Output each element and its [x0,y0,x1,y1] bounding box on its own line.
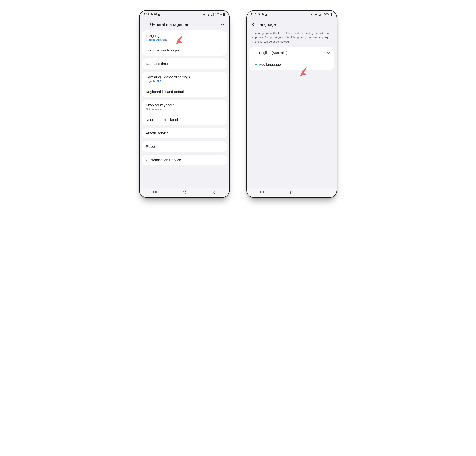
svg-rect-37 [290,191,293,194]
status-left: 5:13 • [251,13,270,17]
page-title: Language [257,22,276,27]
svg-line-11 [223,25,224,26]
mute-icon [203,13,206,16]
nav-recents-button[interactable] [255,189,269,196]
row-title: Customisation Service [146,158,223,162]
app-bar: General management [140,19,229,30]
battery-icon [223,13,225,16]
status-battery-pct: 100% [215,13,222,16]
download-icon [265,13,267,17]
wifi-icon [314,13,317,16]
row-samsung-keyboard[interactable]: Samsung Keyboard settings English (AU) [142,72,227,86]
status-right: 100% [203,13,225,16]
row-date-time[interactable]: Date and time [142,58,227,69]
nav-bar [140,188,229,197]
plus-icon [253,63,259,66]
row-language[interactable]: Language English (Australia) [142,30,227,45]
row-title: Physical keyboard [146,103,223,107]
settings-group: Customisation Service [142,155,227,165]
svg-point-0 [151,14,152,15]
settings-group: Samsung Keyboard settings English (AU) K… [142,72,227,97]
row-reset[interactable]: Reset [142,141,227,152]
settings-group: Language English (Australia) Text-to-spe… [142,30,227,56]
status-battery-pct: 100% [323,13,329,16]
status-right: 100% [310,13,332,16]
svg-rect-7 [213,13,214,16]
row-subtitle: English (AU) [146,80,223,83]
status-bar: 5:13 • [247,11,337,19]
svg-rect-4 [211,15,212,16]
back-button[interactable] [249,21,257,28]
status-overflow-dot: • [269,14,270,16]
phone-language: 5:13 • [246,10,337,198]
phone-general-management: 5:13 • [139,10,230,198]
settings-group: Date and time [142,58,227,69]
svg-point-3 [208,15,209,16]
language-content: The language at the top of the list will… [247,30,337,188]
cloud-icon [150,13,153,17]
row-tts[interactable]: Text-to-speech output [142,45,227,56]
cloud-icon [261,13,264,17]
row-title: Reset [146,144,223,149]
download-icon [158,13,160,17]
status-time: 5:13 [144,13,149,16]
svg-rect-27 [331,13,332,13]
battery-icon [330,13,332,16]
language-index: 1 [253,51,259,55]
row-autofill[interactable]: Autofill service [142,128,227,139]
add-language-label: Add language [259,63,331,66]
search-button[interactable] [219,21,227,28]
nav-home-button[interactable] [285,189,298,196]
svg-rect-26 [321,13,321,16]
svg-rect-24 [319,15,320,16]
language-item-primary[interactable]: 1 English (Australia) [249,47,334,59]
status-overflow-dot: • [162,14,162,16]
svg-rect-9 [223,13,225,16]
status-bar: 5:13 • [140,11,229,19]
settings-group: Reset [142,141,227,152]
nav-home-button[interactable] [178,189,191,196]
mute-icon [310,13,314,16]
row-mouse-trackpad[interactable]: Mouse and trackpad [142,114,227,125]
row-title: Language [146,34,223,38]
nav-bar [247,188,337,197]
row-title: Samsung Keyboard settings [146,75,223,79]
language-label: English (Australia) [259,51,324,55]
svg-point-22 [316,15,316,16]
nav-recents-button[interactable] [148,189,161,196]
settings-group: Autofill service [142,128,227,139]
status-left: 5:13 • [144,13,162,17]
row-customisation[interactable]: Customisation Service [142,155,227,165]
image-icon [154,13,157,17]
image-icon [257,13,260,17]
row-title: Autofill service [146,131,223,135]
svg-rect-6 [212,14,213,16]
row-physical-keyboard[interactable]: Physical keyboard Not connected [142,100,227,114]
svg-rect-8 [224,13,224,13]
page-description: The language at the top of the list will… [249,30,334,47]
page-title: General management [150,22,191,27]
settings-group: Physical keyboard Not connected Mouse an… [142,100,227,125]
row-title: Date and time [146,62,223,66]
language-list-card: 1 English (Australia) Add language [249,47,334,70]
row-subtitle: English (Australia) [146,38,223,41]
row-title: Keyboard list and default [146,90,223,94]
signal-icon [318,13,322,16]
nav-back-button[interactable] [315,189,328,196]
chevron-down-icon [324,51,331,55]
add-language-button[interactable]: Add language [249,59,334,70]
settings-list: Language English (Australia) Text-to-spe… [140,30,229,188]
row-subtitle: Not connected [146,108,223,111]
svg-rect-5 [212,15,212,16]
back-button[interactable] [142,21,149,28]
svg-rect-18 [183,191,186,194]
svg-rect-25 [320,14,321,16]
svg-point-20 [263,14,263,15]
status-time: 5:13 [251,13,256,16]
row-title: Mouse and trackpad [146,118,223,122]
row-keyboard-list[interactable]: Keyboard list and default [142,86,227,97]
app-bar: Language [247,19,337,30]
nav-back-button[interactable] [208,189,221,196]
signal-icon [211,13,214,16]
wifi-icon [207,13,210,16]
